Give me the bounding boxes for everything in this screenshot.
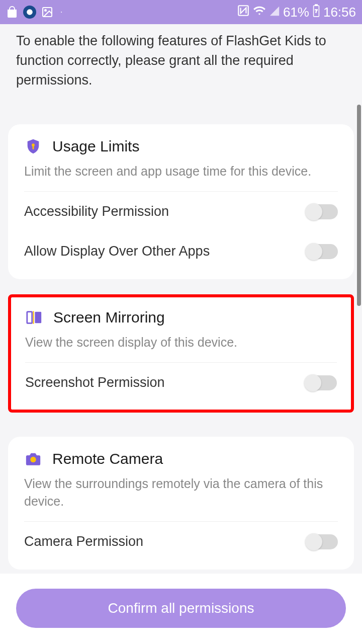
svg-rect-10: [35, 312, 41, 324]
app-icon: [23, 6, 36, 19]
mirror-icon: [25, 308, 43, 327]
status-bar: · 61% 7 16:56: [0, 0, 362, 24]
clock-time: 16:56: [323, 5, 356, 20]
perm-screenshot[interactable]: Screenshot Permission: [25, 363, 337, 403]
nfc-icon: [237, 4, 250, 21]
card-description: Limit the screen and app usage time for …: [24, 163, 338, 192]
toggle-display-over[interactable]: [307, 244, 338, 259]
status-right: 61% 7 16:56: [237, 4, 356, 21]
card-screen-mirroring: Screen Mirroring View the screen display…: [8, 294, 354, 413]
svg-point-0: [27, 9, 33, 15]
scrollbar[interactable]: [357, 105, 361, 306]
card-header: Screen Mirroring: [25, 308, 337, 327]
dot-icon: ·: [60, 8, 62, 17]
svg-rect-5: [315, 5, 317, 6]
perm-label: Screenshot Permission: [25, 375, 165, 390]
card-title: Screen Mirroring: [53, 309, 165, 326]
toggle-camera[interactable]: [307, 534, 338, 549]
signal-icon: [269, 5, 280, 20]
perm-label: Camera Permission: [24, 534, 143, 549]
card-title: Usage Limits: [52, 138, 139, 155]
toggle-screenshot[interactable]: [306, 375, 337, 390]
content-scroll: Usage Limits Limit the screen and app us…: [0, 124, 362, 615]
battery-percent: 61%: [283, 5, 309, 20]
gallery-icon: [41, 6, 53, 18]
card-header: Remote Camera: [24, 450, 338, 468]
bag-icon: [6, 6, 18, 18]
toggle-accessibility[interactable]: [307, 204, 338, 219]
svg-point-2: [45, 10, 46, 11]
card-title: Remote Camera: [52, 450, 163, 467]
battery-icon: 7: [312, 4, 320, 21]
perm-accessibility[interactable]: Accessibility Permission: [24, 192, 338, 231]
svg-text:7: 7: [315, 8, 317, 14]
card-header: Usage Limits: [24, 137, 338, 155]
intro-text: To enable the following features of Flas…: [0, 24, 362, 100]
perm-camera[interactable]: Camera Permission: [24, 522, 338, 561]
perm-display-over[interactable]: Allow Display Over Other Apps: [24, 231, 338, 271]
card-usage-limits: Usage Limits Limit the screen and app us…: [8, 124, 354, 279]
confirm-all-button[interactable]: Confirm all permissions: [16, 589, 346, 628]
card-remote-camera: Remote Camera View the surroundings remo…: [8, 437, 354, 570]
svg-rect-8: [33, 146, 34, 149]
camera-icon: [24, 450, 42, 468]
perm-label: Accessibility Permission: [24, 204, 169, 219]
status-left-icons: ·: [6, 6, 62, 19]
card-description: View the surroundings remotely via the c…: [24, 475, 338, 522]
bottom-bar: Confirm all permissions: [0, 574, 362, 644]
card-description: View the screen display of this device.: [25, 334, 337, 363]
shield-icon: [24, 137, 42, 155]
wifi-icon: [253, 4, 266, 21]
svg-rect-9: [27, 312, 32, 324]
svg-point-12: [30, 457, 36, 462]
perm-label: Allow Display Over Other Apps: [24, 244, 210, 259]
